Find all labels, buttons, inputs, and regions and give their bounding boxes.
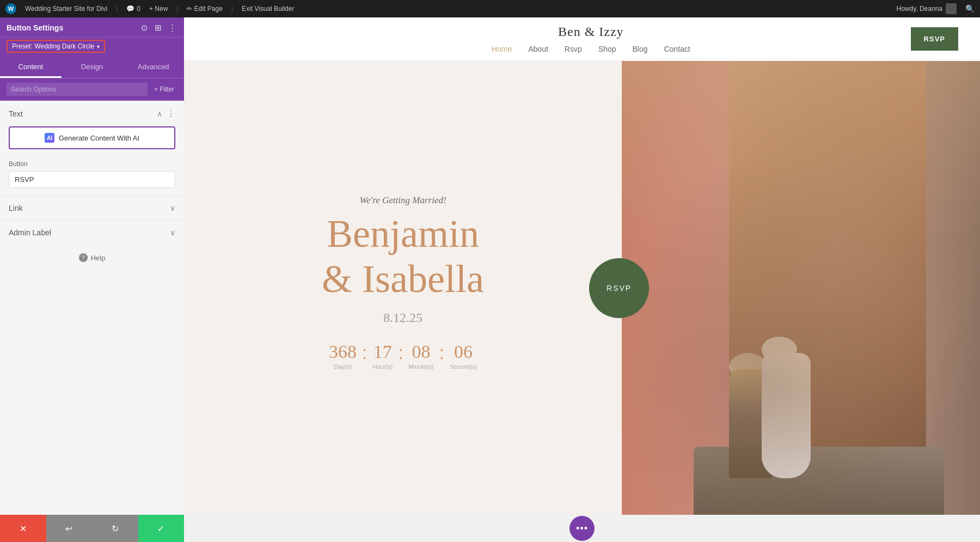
hero-left: We're Getting Married! Benjamin & Isabel… — [184, 61, 622, 515]
help-label: Help — [91, 254, 106, 262]
nav-blog[interactable]: Blog — [632, 45, 647, 53]
countdown-days: 368 Day(s) — [329, 342, 357, 370]
redo-button[interactable]: ↻ — [92, 515, 138, 542]
help-button[interactable]: ? Help — [79, 253, 106, 262]
tab-design[interactable]: Design — [62, 57, 123, 78]
admin-label-section-header[interactable]: Admin Label ∨ — [0, 221, 184, 245]
couple-photo-bg — [622, 61, 980, 515]
countdown-minutes-number: 08 — [412, 342, 431, 362]
countdown-seconds: 06 Second(s) — [450, 342, 477, 370]
hero-subtitle: We're Getting Married! — [359, 195, 446, 206]
hero-date: 8.12.25 — [383, 310, 422, 325]
rsvp-header-button[interactable]: RSVP — [911, 27, 958, 51]
floating-dots-button[interactable]: ••• — [569, 516, 595, 541]
admin-label-section: Admin Label ∨ — [0, 220, 184, 245]
text-section-title: Text — [9, 109, 23, 118]
nav-rsvp[interactable]: Rsvp — [565, 45, 582, 53]
search-input[interactable] — [7, 83, 148, 96]
help-section: ? Help — [0, 245, 184, 271]
link-chevron-down-icon: ∨ — [170, 204, 175, 212]
text-section-header: Text ∧ ⋮ — [0, 101, 184, 124]
tab-content[interactable]: Content — [0, 57, 62, 78]
button-field-group: Button — [0, 158, 184, 196]
hero-names: Benjamin & Isabella — [322, 211, 484, 302]
nav-about[interactable]: About — [528, 45, 548, 53]
countdown-minutes-label: Minute(s) — [409, 363, 434, 370]
hero-name-line1: Benjamin — [327, 212, 479, 255]
admin-label-section-title: Admin Label — [9, 228, 51, 237]
undo-icon: ↩ — [65, 523, 72, 534]
chevron-down-icon: ▾ — [97, 44, 100, 50]
nav-home[interactable]: Home — [492, 45, 512, 53]
tab-advanced[interactable]: Advanced — [122, 57, 184, 78]
site-nav: Home About Rsvp Shop Blog Contact — [492, 45, 690, 53]
nav-shop[interactable]: Shop — [598, 45, 616, 53]
edit-page-button[interactable]: ✏ Edit Page — [187, 5, 222, 13]
admin-label-chevron-down-icon: ∨ — [170, 228, 175, 237]
countdown-seconds-number: 06 — [454, 342, 473, 362]
photo-overlay — [622, 61, 980, 515]
countdown: 368 Day(s) : 17 Hour(s) : 08 Minute(s) : — [329, 342, 477, 370]
section-controls: ∧ ⋮ — [157, 108, 175, 119]
site-name: Wedding Starter Site for Divi — [25, 5, 107, 13]
columns-icon-button[interactable]: ⊞ — [154, 22, 163, 34]
comments-icon[interactable]: 💬 0 — [126, 5, 140, 13]
new-item-button[interactable]: + New — [149, 5, 168, 13]
wp-logo-label: W — [8, 5, 14, 12]
comments-count: 0 — [137, 5, 140, 13]
left-panel: Button Settings ⊙ ⊞ ⋮ Preset: Wedding Da… — [0, 17, 184, 542]
nav-contact[interactable]: Contact — [664, 45, 690, 53]
hero-section: We're Getting Married! Benjamin & Isabel… — [184, 61, 980, 515]
ai-generate-button[interactable]: AI Generate Content With AI — [9, 126, 175, 149]
countdown-days-label: Day(s) — [334, 363, 351, 370]
panel-action-bar: ✕ ↩ ↻ ✓ — [0, 515, 184, 542]
undo-button[interactable]: ↩ — [46, 515, 93, 542]
target-icon-button[interactable]: ⊙ — [140, 22, 149, 34]
section-more-icon[interactable]: ⋮ — [167, 108, 175, 119]
panel-header: Button Settings ⊙ ⊞ ⋮ — [0, 17, 184, 38]
more-options-icon-button[interactable]: ⋮ — [167, 22, 177, 34]
cancel-icon: ✕ — [20, 523, 27, 534]
button-text-input[interactable] — [9, 171, 175, 188]
ai-icon: AI — [45, 133, 54, 143]
search-bar: + Filter — [0, 78, 184, 101]
countdown-separator-3: : — [439, 342, 444, 363]
wp-logo-icon[interactable]: W — [5, 3, 16, 14]
save-icon: ✓ — [157, 523, 164, 534]
countdown-hours-number: 17 — [373, 342, 392, 362]
search-icon[interactable]: 🔍 — [965, 4, 975, 13]
exit-visual-builder-button[interactable]: Exit Visual Builder — [242, 5, 295, 13]
cancel-button[interactable]: ✕ — [0, 515, 46, 542]
rsvp-circle-button[interactable]: RSVP — [589, 258, 649, 318]
preset-bar: Preset: Wedding Dark Circle ▾ — [0, 38, 184, 57]
preview-area: Ben & Izzy Home About Rsvp Shop Blog Con… — [184, 17, 980, 542]
hero-name-line2: & Isabella — [322, 257, 484, 301]
site-header: Ben & Izzy Home About Rsvp Shop Blog Con… — [184, 17, 980, 61]
main-layout: Button Settings ⊙ ⊞ ⋮ Preset: Wedding Da… — [0, 17, 980, 542]
panel-content: Text ∧ ⋮ AI Generate Content With AI But… — [0, 101, 184, 515]
save-button[interactable]: ✓ — [138, 515, 185, 542]
countdown-separator-1: : — [362, 342, 367, 363]
panel-title: Button Settings — [7, 23, 63, 32]
countdown-minutes: 08 Minute(s) — [409, 342, 434, 370]
button-field-label: Button — [9, 160, 175, 168]
preview-bottom-bar: ••• — [184, 515, 980, 542]
howdy-label: Howdy, Deanna — [897, 3, 957, 14]
site-logo: Ben & Izzy — [558, 25, 624, 39]
link-section: Link ∨ — [0, 196, 184, 220]
hero-photo — [622, 61, 980, 515]
section-collapse-icon[interactable]: ∧ — [157, 109, 162, 118]
user-avatar — [946, 3, 957, 14]
panel-tabs: Content Design Advanced — [0, 57, 184, 78]
wp-admin-bar: W Wedding Starter Site for Divi | 💬 0 + … — [0, 0, 980, 17]
countdown-days-number: 368 — [329, 342, 357, 362]
link-section-title: Link — [9, 204, 23, 212]
countdown-seconds-label: Second(s) — [450, 363, 477, 370]
preset-dropdown[interactable]: Preset: Wedding Dark Circle ▾ — [7, 40, 105, 53]
panel-header-icons: ⊙ ⊞ ⋮ — [140, 22, 177, 34]
preset-label: Preset: Wedding Dark Circle — [12, 42, 94, 50]
link-section-header[interactable]: Link ∨ — [0, 196, 184, 220]
filter-button[interactable]: + Filter — [151, 83, 177, 95]
countdown-hours: 17 Hour(s) — [372, 342, 393, 370]
redo-icon: ↻ — [112, 523, 119, 534]
